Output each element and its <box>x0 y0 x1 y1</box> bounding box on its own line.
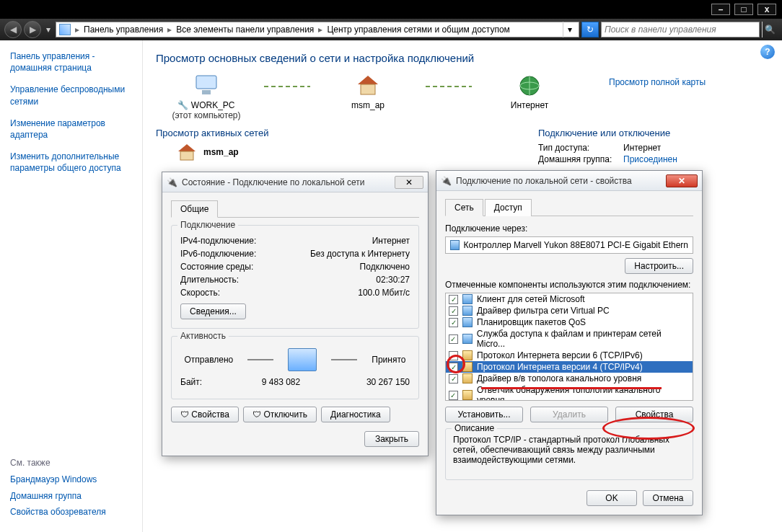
component-item[interactable]: ✓Ответчик обнаружения топологии канально… <box>446 384 693 401</box>
house-icon <box>355 73 381 99</box>
props-titlebar[interactable]: 🔌 Подключение по локальной сети - свойст… <box>436 171 702 191</box>
help-button[interactable]: ? <box>760 45 775 59</box>
active-network-item[interactable]: msm_ap <box>176 143 538 161</box>
sidebar: Панель управления - домашняя страница Уп… <box>0 40 143 532</box>
sidebar-wireless-link[interactable]: Управление беспроводными сетями <box>10 84 132 107</box>
search-go-button[interactable]: 🔍 <box>762 22 778 37</box>
ok-button[interactable]: OK <box>586 490 637 506</box>
component-label: Драйвер фильтра сети Virtual PC <box>477 306 610 316</box>
configure-button[interactable]: Настроить... <box>625 258 693 274</box>
protocol-icon <box>462 390 473 400</box>
component-label: Протокол Интернета версии 4 (TCP/IPv4) <box>477 362 643 372</box>
component-item[interactable]: ✓Служба доступа к файлам и принтерам сет… <box>446 328 693 350</box>
crumb-control-panel[interactable]: Панель управления <box>84 25 163 35</box>
minimize-button[interactable]: – <box>711 4 730 15</box>
nav-forward-button[interactable]: ▶ <box>24 21 41 38</box>
checkbox[interactable]: ✓ <box>449 295 458 304</box>
protocol-icon <box>462 350 473 360</box>
checkbox[interactable]: ✓ <box>449 374 458 384</box>
properties-dialog: 🔌 Подключение по локальной сети - свойст… <box>436 170 703 515</box>
svg-rect-1 <box>202 90 211 94</box>
node-this-pc: 🔧 WORK_PC (этот компьютер) <box>156 73 257 120</box>
recv-label: Принято <box>372 355 405 365</box>
maximize-button[interactable]: □ <box>734 4 753 15</box>
adapter-icon: 🔌 <box>167 177 177 187</box>
status-titlebar[interactable]: 🔌 Состояние - Подключение по локальной с… <box>162 172 428 192</box>
checkbox[interactable] <box>449 351 458 360</box>
component-properties-button[interactable]: Свойства <box>615 407 693 422</box>
refresh-button[interactable]: ↻ <box>581 22 599 37</box>
address-dropdown[interactable]: ▾ <box>563 22 576 37</box>
component-item[interactable]: ✓Драйвер фильтра сети Virtual PC <box>446 305 693 316</box>
close-button[interactable]: Закрыть <box>364 431 419 447</box>
network-map: 🔧 WORK_PC (этот компьютер) msm_ap Интерн… <box>156 73 769 120</box>
checkbox[interactable]: ✓ <box>449 306 458 316</box>
active-networks-section: Просмотр активных сетей msm_ap Подключен… <box>156 120 769 166</box>
tab-network[interactable]: Сеть <box>445 199 483 216</box>
status-action-row: 🛡 Свойства 🛡 Отключить Диагностика <box>171 407 419 422</box>
checkbox[interactable]: ✓ <box>449 318 458 327</box>
crumb-sep: ▸ <box>318 25 322 35</box>
configure-row: Настроить... <box>445 258 693 274</box>
checkbox[interactable]: ✓ <box>449 363 458 372</box>
properties-button[interactable]: 🛡 Свойства <box>171 407 239 422</box>
breadcrumb-bar[interactable]: ▸ Панель управления ▸ Все элементы панел… <box>56 22 579 37</box>
node-internet: Интернет <box>479 73 580 110</box>
connection-line <box>426 86 472 87</box>
component-item[interactable]: ✓Протокол Интернета версии 4 (TCP/IPv4) <box>446 361 693 373</box>
uninstall-button: Удалить <box>530 407 608 422</box>
component-label: Ответчик обнаружения топологии канальног… <box>477 385 690 401</box>
details-button[interactable]: Сведения... <box>180 303 246 319</box>
tab-general[interactable]: Общие <box>171 200 218 218</box>
crumb-all-items[interactable]: Все элементы панели управления <box>176 25 314 35</box>
component-item[interactable]: ✓Драйвер в/в тополога канального уровня <box>446 373 693 384</box>
component-item[interactable]: Протокол Интернета версии 6 (TCP/IPv6) <box>446 350 693 361</box>
component-item[interactable]: ✓Клиент для сетей Microsoft <box>446 293 693 305</box>
sidebar-home-link[interactable]: Панель управления - домашняя страница <box>10 50 132 74</box>
cancel-button[interactable]: Отмена <box>643 490 693 506</box>
description-group: Описание Протокол TCP/IP - стандартный п… <box>445 428 693 480</box>
bytes-sent-value: 9 483 082 <box>238 377 324 387</box>
address-bar: ◀ ▶ ▾ ▸ Панель управления ▸ Все элементы… <box>0 19 782 40</box>
status-row: IPv4-подключение:Интернет <box>180 236 410 246</box>
node-ap-label: msm_ap <box>317 100 418 110</box>
sidebar-sharing-settings-link[interactable]: Изменить дополнительные параметры общего… <box>10 151 132 174</box>
diagnose-button[interactable]: Диагностика <box>321 407 390 422</box>
tab-access[interactable]: Доступ <box>485 199 532 216</box>
disable-button[interactable]: 🛡 Отключить <box>243 407 317 422</box>
see-also-firewall[interactable]: Брандмауэр Windows <box>10 474 132 485</box>
checkbox[interactable]: ✓ <box>449 334 458 344</box>
components-list[interactable]: ✓Клиент для сетей Microsoft✓Драйвер филь… <box>445 293 693 401</box>
component-label: Клиент для сетей Microsoft <box>477 294 585 304</box>
search-box[interactable] <box>601 22 760 37</box>
nav-history-button[interactable]: ▾ <box>43 21 53 38</box>
status-close-button[interactable]: ✕ <box>395 176 423 189</box>
props-close-button[interactable]: ✕ <box>666 174 698 187</box>
checkbox[interactable]: ✓ <box>449 391 458 400</box>
active-networks-title: Просмотр активных сетей <box>156 128 538 138</box>
component-item[interactable]: ✓Планировщик пакетов QoS <box>446 316 693 328</box>
activity-group: Активность Отправлено Принято Байт: 9 48… <box>171 336 419 399</box>
crumb-sep: ▸ <box>75 25 79 35</box>
search-input[interactable] <box>605 25 756 35</box>
status-row: Скорость:100.0 Мбит/с <box>180 288 410 298</box>
install-button[interactable]: Установить... <box>445 407 523 422</box>
props-okcancel-row: OK Отмена <box>445 490 693 506</box>
nav-back-button[interactable]: ◀ <box>4 21 22 38</box>
window-caption-buttons: – □ x <box>0 0 782 19</box>
client-icon <box>462 294 473 304</box>
page-title: Просмотр основных сведений о сети и наст… <box>156 52 769 64</box>
see-also-browser-props[interactable]: Свойства обозревателя <box>10 506 132 518</box>
crumb-network-center[interactable]: Центр управления сетями и общим доступом <box>327 25 510 35</box>
see-also-homegroup[interactable]: Домашняя группа <box>10 490 132 502</box>
computer-icon <box>193 73 219 99</box>
client-icon <box>462 306 473 316</box>
location-icon <box>59 24 71 35</box>
view-full-map-link[interactable]: Просмотр полной карты <box>609 77 706 87</box>
sidebar-adapter-settings-link[interactable]: Изменение параметров адаптера <box>10 118 132 141</box>
active-network-name: msm_ap <box>203 147 239 157</box>
close-button[interactable]: x <box>757 4 776 15</box>
node-pc-sublabel: (этот компьютер) <box>156 110 257 120</box>
adapter-icon: 🔌 <box>441 176 452 186</box>
connect-using-label: Подключение через: <box>445 223 693 234</box>
